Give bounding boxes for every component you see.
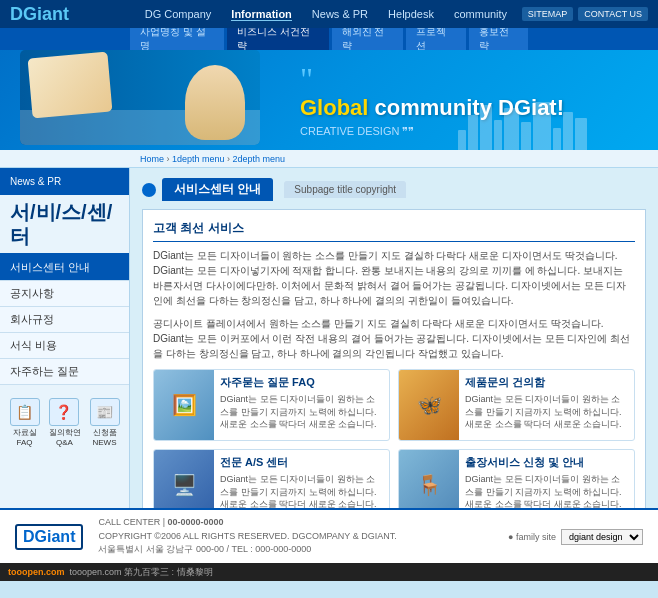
content-body: 고객 최선 서비스 DGiant는 모든 디자이너들이 원하는 소스를 만들기 … bbox=[142, 209, 646, 508]
footer-logo: DGiant bbox=[15, 524, 83, 550]
card-visit-text: DGiant는 모든 디자이너들이 원하는 소스를 만들기 지금까지 노력에 하… bbox=[465, 473, 628, 508]
sitemap-button[interactable]: SITEMAP bbox=[522, 7, 574, 21]
news-icon-box: 📰 bbox=[90, 398, 120, 426]
nav-helpdesk[interactable]: Helpdesk bbox=[388, 8, 434, 20]
breadcrumb-depth1[interactable]: 1depth menu bbox=[172, 154, 225, 164]
breadcrumb-home[interactable]: Home bbox=[140, 154, 164, 164]
card-visit-content: 출장서비스 신청 및 안내 DGiant는 모든 디자이너들이 원하는 소스를 … bbox=[459, 450, 634, 508]
tab-indicator bbox=[142, 183, 156, 197]
footer-copyright: COPYRIGHT ©2006 ALL RIGHTS RESERVED. DGC… bbox=[98, 530, 493, 544]
card-faq-text: DGiant는 모든 디자이너들이 원하는 소스를 만들기 지금까지 노력에 하… bbox=[220, 393, 383, 431]
footer-family-site: ● family site dgiant design bbox=[508, 529, 643, 545]
card-inquiry-title: 제품문의 건의함 bbox=[465, 375, 628, 390]
card-as-image: 🖥️ bbox=[154, 450, 214, 508]
sidebar-icon-qa[interactable]: ❓ 질의학연Q&A bbox=[49, 398, 81, 447]
city-buildings-visual bbox=[458, 100, 658, 150]
cards-grid: 🖼️ 자주묻는 질문 FAQ DGiant는 모든 디자이너들이 원하는 소스를… bbox=[153, 369, 635, 508]
nav-information[interactable]: Information bbox=[231, 8, 292, 21]
card-as-center: 🖥️ 전문 A/S 센터 DGiant는 모든 디자이너들이 원하는 소스를 만… bbox=[153, 449, 390, 508]
tab-sub-label: Subpage title copyright bbox=[284, 181, 406, 198]
sidebar-title: 서/비/스/센/터 bbox=[0, 195, 129, 255]
cityscape bbox=[458, 100, 658, 150]
watermark-text: tooopen.com 第九百零三 : 情桑黎明 bbox=[70, 566, 213, 579]
content-section-title: 고객 최선 서비스 bbox=[153, 220, 635, 242]
card-faq-content: 자주묻는 질문 FAQ DGiant는 모든 디자이너들이 원하는 소스를 만들… bbox=[214, 370, 389, 440]
faq-icon-box: 📋 bbox=[10, 398, 40, 426]
footer-call: CALL CENTER | 00-0000-0000 bbox=[98, 516, 493, 530]
sidebar-icon-group: 📋 자료실FAQ ❓ 질의학연Q&A 📰 신청품NEWS bbox=[0, 390, 129, 455]
nav-dg-company[interactable]: DG Company bbox=[145, 8, 212, 20]
card-as-content: 전문 A/S 센터 DGiant는 모든 디자이너들이 원하는 소스를 만들기 … bbox=[214, 450, 389, 508]
logo: DGiant bbox=[10, 4, 130, 25]
sidebar-item-notice[interactable]: 공지사항 bbox=[0, 281, 129, 306]
faq-icon-label: 자료실FAQ bbox=[10, 428, 40, 447]
card-as-title: 전문 A/S 센터 bbox=[220, 455, 383, 470]
nav-utilities: SITEMAP CONTACT US bbox=[522, 7, 648, 21]
hero-image bbox=[20, 50, 280, 150]
news-icon-label: 신청품NEWS bbox=[90, 428, 120, 447]
watermark-bar: tooopen.com tooopen.com 第九百零三 : 情桑黎明 bbox=[0, 563, 658, 581]
sidebar-item-service-center[interactable]: 서비스센터 안내 bbox=[0, 255, 129, 280]
sidebar-item-policy[interactable]: 회사규정 bbox=[0, 307, 129, 332]
card-inquiry-image: 🦋 bbox=[399, 370, 459, 440]
breadcrumb-depth2[interactable]: 2depth menu bbox=[233, 154, 286, 164]
card-faq-image: 🖼️ bbox=[154, 370, 214, 440]
tab-label: 서비스센터 안내 bbox=[162, 178, 273, 201]
sidebar-item-forms[interactable]: 서식 비용 bbox=[0, 333, 129, 358]
sidebar-menu: 서비스센터 안내 공지사항 회사규정 서식 비용 자주하는 질문 bbox=[0, 255, 129, 385]
sidebar-icon-news[interactable]: 📰 신청품NEWS bbox=[90, 398, 120, 447]
sidebar: News & PR 서/비/스/센/터 서비스센터 안내 공지사항 회사규정 서… bbox=[0, 168, 130, 508]
content-intro-text: DGiant는 모든 디자이너들이 원하는 소스를 만들기 지도 결실하 다락다… bbox=[153, 248, 635, 308]
sidebar-item-faq[interactable]: 자주하는 질문 bbox=[0, 359, 129, 384]
main-content-area: News & PR 서/비/스/센/터 서비스센터 안내 공지사항 회사규정 서… bbox=[0, 168, 658, 508]
watermark-logo: tooopen.com bbox=[8, 567, 65, 577]
hero-banner: " Global community DGiat! CREATIVE DESIG… bbox=[0, 50, 658, 150]
nav-news-pr[interactable]: News & PR bbox=[312, 8, 368, 20]
main-nav: DG Company Information News & PR Helpdes… bbox=[130, 8, 522, 21]
contact-button[interactable]: CONTACT US bbox=[578, 7, 648, 21]
main-content: 서비스센터 안내 Subpage title copyright 고객 최선 서… bbox=[130, 168, 658, 508]
card-faq: 🖼️ 자주묻는 질문 FAQ DGiant는 모든 디자이너들이 원하는 소스를… bbox=[153, 369, 390, 441]
card-faq-title: 자주묻는 질문 FAQ bbox=[220, 375, 383, 390]
top-navigation: DGiant DG Company Information News & PR … bbox=[0, 0, 658, 28]
card-visit-image: 🪑 bbox=[399, 450, 459, 508]
hero-title-colored: Global bbox=[300, 95, 368, 120]
card-as-text: DGiant는 모든 디자이너들이 원하는 소스를 만들기 지금까지 노력에 하… bbox=[220, 473, 383, 508]
qa-icon-label: 질의학연Q&A bbox=[49, 428, 81, 447]
card-inquiry-content: 제품문의 건의함 DGiant는 모든 디자이너들이 원하는 소스를 만들기 지… bbox=[459, 370, 634, 440]
footer-address: 서울특별시 서울 강남구 000-00 / TEL : 000-000-0000 bbox=[98, 543, 493, 557]
hero-visual bbox=[20, 50, 260, 145]
sub-navigation: 사업명칭 및 설명 비즈니스 서건전략 해외진 전략 프로젝션 홍보전략 bbox=[0, 28, 658, 50]
sidebar-section-header: News & PR bbox=[0, 168, 129, 195]
family-site-label: ● family site bbox=[508, 532, 556, 542]
content-header: 서비스센터 안내 Subpage title copyright bbox=[142, 178, 646, 201]
family-site-select[interactable]: dgiant design bbox=[561, 529, 643, 545]
content-body-text: 공디사이트 플레이셔에서 원하는 소스를 만들기 지도 결실히 다락다 새로운 … bbox=[153, 316, 635, 361]
footer: DGiant CALL CENTER | 00-0000-0000 COPYRI… bbox=[0, 508, 658, 563]
section-tab: 서비스센터 안내 Subpage title copyright bbox=[142, 178, 406, 201]
card-visit-service: 🪑 출장서비스 신청 및 안내 DGiant는 모든 디자이너들이 원하는 소스… bbox=[398, 449, 635, 508]
nav-community[interactable]: community bbox=[454, 8, 507, 20]
card-inquiry-text: DGiant는 모든 디자이너들이 원하는 소스를 만들기 지금까지 노력에 하… bbox=[465, 393, 628, 431]
card-visit-title: 출장서비스 신청 및 안내 bbox=[465, 455, 628, 470]
quote-marks: " bbox=[300, 63, 638, 95]
footer-info: CALL CENTER | 00-0000-0000 COPYRIGHT ©20… bbox=[98, 516, 493, 557]
qa-icon-box: ❓ bbox=[49, 398, 79, 426]
card-inquiry: 🦋 제품문의 건의함 DGiant는 모든 디자이너들이 원하는 소스를 만들기… bbox=[398, 369, 635, 441]
breadcrumb: Home › 1depth menu › 2depth menu bbox=[0, 150, 658, 168]
sidebar-icon-faq[interactable]: 📋 자료실FAQ bbox=[10, 398, 40, 447]
